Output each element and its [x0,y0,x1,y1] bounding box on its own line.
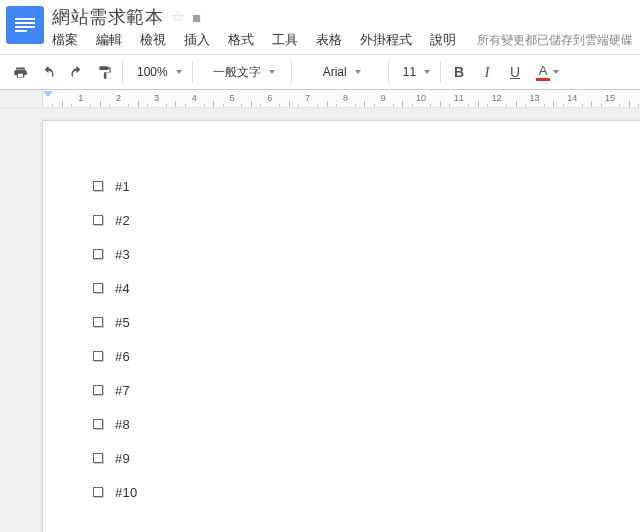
paint-roller-icon [97,65,112,80]
menu-file[interactable]: 檔案 [52,28,87,52]
chevron-down-icon [553,70,559,74]
list-item[interactable]: #3 [93,237,640,271]
checkbox-icon[interactable] [93,215,103,225]
menu-format[interactable]: 格式 [219,28,263,52]
ruler-label: 14 [567,93,577,103]
paragraph-style-dropdown[interactable]: 一般文字 [197,59,287,85]
toolbar-separator [192,61,193,83]
list-item-text: #7 [115,383,130,398]
list-item-text: #8 [115,417,130,432]
bold-icon: B [454,64,464,80]
font-size-dropdown[interactable]: 11 [393,59,436,85]
checkbox-icon[interactable] [93,487,103,497]
toolbar-separator [388,61,389,83]
menu-addons[interactable]: 外掛程式 [351,28,421,52]
ruler-label: 11 [454,93,464,103]
ruler-label: 4 [192,93,197,103]
menu-tools[interactable]: 工具 [263,28,307,52]
checkbox-icon[interactable] [93,317,103,327]
toolbar: 100% 一般文字 Arial 11 B I U A [0,54,640,90]
menu-table[interactable]: 表格 [307,28,351,52]
underline-button[interactable]: U [501,59,529,85]
document-canvas: #1#2#3#4#5#6#7#8#9#10 [0,108,640,532]
print-icon [13,65,28,80]
font-dropdown[interactable]: Arial [296,59,384,85]
print-button[interactable] [6,59,34,85]
star-icon[interactable]: ☆ [171,8,184,26]
italic-icon: I [485,64,490,81]
menu-bar: 檔案 編輯 檢視 插入 格式 工具 表格 外掛程式 說明 所有變更都已儲存到雲端… [52,28,634,52]
list-item[interactable]: #5 [93,305,640,339]
ruler-label: 6 [267,93,272,103]
undo-icon [41,65,56,80]
chevron-down-icon [269,70,275,74]
toolbar-separator [291,61,292,83]
ruler-label: 10 [416,93,426,103]
zoom-value: 100% [137,65,168,79]
document-title[interactable]: 網站需求範本 [52,5,163,29]
ruler-label: 3 [154,93,159,103]
save-status: 所有變更都已儲存到雲端硬碟 [477,32,633,49]
underline-icon: U [510,64,520,80]
menu-insert[interactable]: 插入 [175,28,219,52]
list-item[interactable]: #4 [93,271,640,305]
chevron-down-icon [176,70,182,74]
menu-help[interactable]: 說明 [421,28,465,52]
redo-button[interactable] [62,59,90,85]
list-item-text: #9 [115,451,130,466]
ruler-label: 12 [492,93,502,103]
list-item[interactable]: #9 [93,441,640,475]
docs-logo[interactable] [6,6,44,44]
list-item-text: #10 [115,485,138,500]
list-item[interactable]: #6 [93,339,640,373]
checkbox-icon[interactable] [93,385,103,395]
paragraph-style-value: 一般文字 [213,64,261,81]
ruler[interactable]: 12345678910111213141516 [0,90,640,108]
ruler-label: 8 [343,93,348,103]
checkbox-icon[interactable] [93,351,103,361]
ruler-label: 15 [605,93,615,103]
menu-edit[interactable]: 編輯 [87,28,131,52]
folder-icon[interactable]: ■ [192,9,201,26]
chevron-down-icon [355,70,361,74]
list-item-text: #1 [115,179,130,194]
document-page[interactable]: #1#2#3#4#5#6#7#8#9#10 [42,120,640,532]
list-item[interactable]: #8 [93,407,640,441]
font-value: Arial [323,65,347,79]
list-item-text: #4 [115,281,130,296]
indent-marker[interactable] [43,91,53,97]
zoom-dropdown[interactable]: 100% [127,59,188,85]
checkbox-icon[interactable] [93,453,103,463]
list-item[interactable]: #7 [93,373,640,407]
toolbar-separator [122,61,123,83]
ruler-label: 2 [116,93,121,103]
list-item-text: #5 [115,315,130,330]
font-size-value: 11 [403,65,416,79]
checkbox-icon[interactable] [93,419,103,429]
checkbox-icon[interactable] [93,249,103,259]
text-color-icon: A [536,64,550,81]
ruler-label: 13 [529,93,539,103]
checkbox-icon[interactable] [93,283,103,293]
list-item[interactable]: #10 [93,475,640,509]
title-block: 網站需求範本 ☆ ■ 檔案 編輯 檢視 插入 格式 工具 表格 外掛程式 說明 … [52,6,634,52]
ruler-label: 7 [305,93,310,103]
ruler-label: 9 [381,93,386,103]
ruler-label: 5 [229,93,234,103]
redo-icon [69,65,84,80]
docs-logo-icon [15,18,35,32]
checkbox-icon[interactable] [93,181,103,191]
italic-button[interactable]: I [473,59,501,85]
list-item-text: #2 [115,213,130,228]
undo-button[interactable] [34,59,62,85]
menu-view[interactable]: 檢視 [131,28,175,52]
bold-button[interactable]: B [445,59,473,85]
header: 網站需求範本 ☆ ■ 檔案 編輯 檢視 插入 格式 工具 表格 外掛程式 說明 … [0,0,640,52]
ruler-label: 1 [78,93,83,103]
toolbar-separator [440,61,441,83]
paint-format-button[interactable] [90,59,118,85]
list-item-text: #6 [115,349,130,364]
list-item[interactable]: #2 [93,203,640,237]
list-item[interactable]: #1 [93,169,640,203]
chevron-down-icon [424,70,430,74]
